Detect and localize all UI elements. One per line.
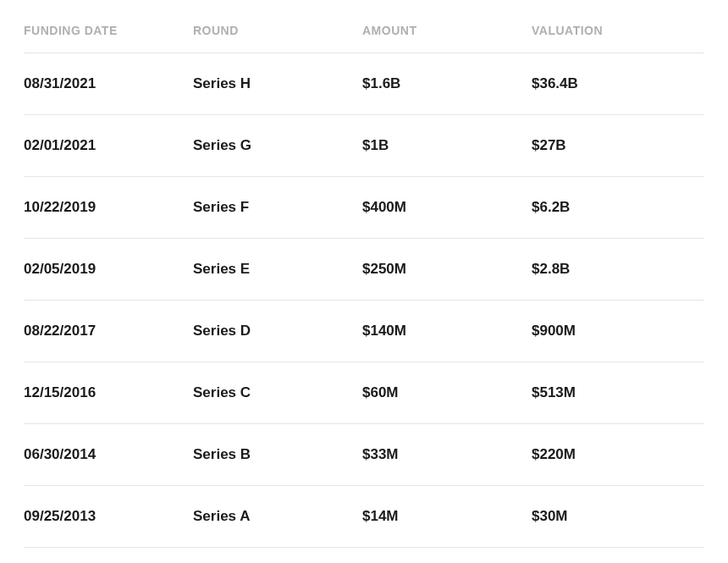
table-row: 12/15/2016 Series C $60M $513M [24, 362, 704, 424]
cell-amount: $400M [362, 199, 532, 216]
table-row: 06/30/2014 Series B $33M $220M [24, 424, 704, 486]
cell-funding-date: 02/01/2021 [24, 137, 193, 154]
cell-valuation: $220M [532, 446, 704, 463]
funding-table: FUNDING DATE ROUND AMOUNT VALUATION 08/3… [24, 24, 704, 548]
table-row: 08/22/2017 Series D $140M $900M [24, 301, 704, 362]
cell-valuation: $2.8B [532, 261, 704, 278]
cell-amount: $60M [362, 384, 532, 401]
table-row: 09/25/2013 Series A $14M $30M [24, 486, 704, 548]
cell-amount: $140M [362, 323, 532, 339]
cell-round: Series G [193, 137, 362, 154]
cell-funding-date: 12/15/2016 [24, 384, 193, 401]
table-row: 02/01/2021 Series G $1B $27B [24, 115, 704, 177]
cell-round: Series D [193, 323, 362, 339]
header-amount: AMOUNT [362, 24, 532, 37]
cell-amount: $14M [362, 508, 532, 525]
cell-valuation: $27B [532, 137, 704, 154]
cell-valuation: $30M [532, 508, 704, 525]
cell-funding-date: 06/30/2014 [24, 446, 193, 463]
cell-amount: $1.6B [362, 75, 532, 92]
table-row: 02/05/2019 Series E $250M $2.8B [24, 239, 704, 301]
table-row: 10/22/2019 Series F $400M $6.2B [24, 177, 704, 239]
cell-funding-date: 10/22/2019 [24, 199, 193, 216]
header-valuation: VALUATION [532, 24, 704, 37]
cell-amount: $1B [362, 137, 532, 154]
cell-round: Series A [193, 508, 362, 525]
cell-amount: $33M [362, 446, 532, 463]
table-row: 08/31/2021 Series H $1.6B $36.4B [24, 53, 704, 115]
cell-round: Series H [193, 75, 362, 92]
cell-amount: $250M [362, 261, 532, 278]
cell-valuation: $6.2B [532, 199, 704, 216]
cell-funding-date: 08/22/2017 [24, 323, 193, 339]
cell-round: Series B [193, 446, 362, 463]
table-header-row: FUNDING DATE ROUND AMOUNT VALUATION [24, 24, 704, 53]
header-funding-date: FUNDING DATE [24, 24, 193, 37]
header-round: ROUND [193, 24, 362, 37]
cell-valuation: $513M [532, 384, 704, 401]
cell-funding-date: 08/31/2021 [24, 75, 193, 92]
cell-round: Series E [193, 261, 362, 278]
cell-round: Series C [193, 384, 362, 401]
cell-valuation: $900M [532, 323, 704, 339]
cell-funding-date: 02/05/2019 [24, 261, 193, 278]
cell-valuation: $36.4B [532, 75, 704, 92]
cell-funding-date: 09/25/2013 [24, 508, 193, 525]
cell-round: Series F [193, 199, 362, 216]
